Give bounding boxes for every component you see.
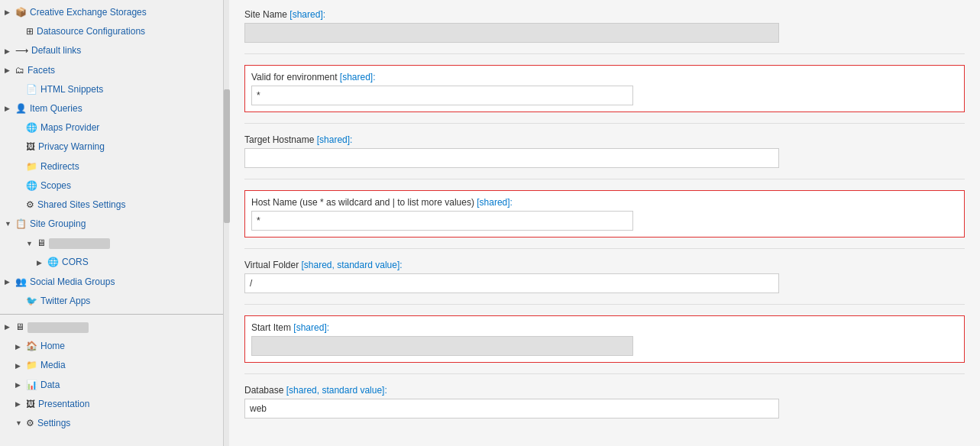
tree-arrow-social-media-groups: ▶ xyxy=(5,276,14,287)
sidebar-item-datasource-config[interactable]: ⊞Datasource Configurations xyxy=(0,22,228,41)
tree-label-item-queries: Item Queries xyxy=(30,102,82,116)
tree-arrow-media: ▶ xyxy=(15,360,24,371)
field-label-start-item: Start Item [shared]: xyxy=(251,322,958,333)
tree-icon-redirects: 📁 xyxy=(26,160,37,174)
sidebar-item-settings-main[interactable]: ▼⚙Settings xyxy=(0,414,228,433)
sidebar-item-creative-exchange[interactable]: ▶📦Creative Exchange Storages xyxy=(0,3,228,22)
field-group-site-name: Site Name [shared]: xyxy=(244,9,965,43)
sidebar-item-html-snippets[interactable]: 📄HTML Snippets xyxy=(0,80,228,99)
sidebar-item-cors[interactable]: ▶🌐CORS xyxy=(0,253,228,272)
sidebar-item-blurred-root[interactable]: ▶🖥 xyxy=(0,318,228,337)
tree-icon-twitter-apps: 🐦 xyxy=(26,294,37,309)
sidebar-scroll-thumb[interactable] xyxy=(224,89,230,223)
tree-icon-creative-exchange: 📦 xyxy=(15,5,27,20)
tree-label-redirects: Redirects xyxy=(40,160,79,174)
field-group-virtual-folder: Virtual Folder [shared, standard value]: xyxy=(244,260,965,293)
field-group-target-hostname: Target Hostname [shared]: xyxy=(244,134,965,168)
sidebar-item-twitter-apps[interactable]: 🐦Twitter Apps xyxy=(0,292,228,311)
field-input-virtual-folder[interactable] xyxy=(244,273,779,293)
field-input-database[interactable] xyxy=(244,399,779,419)
sidebar-item-redirects[interactable]: 📁Redirects xyxy=(0,157,228,176)
tree-icon-maps-provider: 🌐 xyxy=(26,121,37,135)
tree-icon-blurred-root: 🖥 xyxy=(15,320,24,334)
field-shared-tag-valid-for-environment: [shared]: xyxy=(340,72,376,82)
sidebar: ▶📦Creative Exchange Storages⊞Datasource … xyxy=(0,0,229,446)
tree-label-cors: CORS xyxy=(62,255,89,270)
field-divider-target-hostname xyxy=(244,179,965,179)
tree-label-media: Media xyxy=(40,358,66,373)
sidebar-item-item-queries[interactable]: ▶👤Item Queries xyxy=(0,99,228,118)
field-group-host-name: Host Name (use * as wildcard and | to li… xyxy=(244,190,965,238)
field-divider-site-name xyxy=(244,53,965,54)
sidebar-item-home[interactable]: ▶🏠Home xyxy=(0,337,228,356)
sidebar-item-social-media-groups[interactable]: ▶👥Social Media Groups xyxy=(0,273,228,292)
sidebar-item-scopes[interactable]: 🌐Scopes xyxy=(0,176,228,196)
field-input-target-hostname[interactable] xyxy=(244,148,779,168)
field-shared-tag-start-item: [shared]: xyxy=(293,322,329,333)
tree-arrow-default-links: ▶ xyxy=(5,46,14,57)
tree-label-home: Home xyxy=(40,339,65,354)
sidebar-item-shared-sites-settings[interactable]: ⚙Shared Sites Settings xyxy=(0,196,228,215)
tree-label-creative-exchange: Creative Exchange Storages xyxy=(30,5,147,20)
tree-icon-datasource-config: ⊞ xyxy=(26,24,34,39)
tree-icon-settings-main: ⚙ xyxy=(26,416,34,431)
field-input-valid-for-environment[interactable] xyxy=(251,86,633,105)
tree-arrow-presentation: ▶ xyxy=(15,399,24,409)
tree-label-site-grouping: Site Grouping xyxy=(30,217,86,231)
tree-icon-site-grouping-child: 🖥 xyxy=(37,236,46,250)
sidebar-item-site-grouping-child[interactable]: ▼🖥BLURRED xyxy=(0,234,228,253)
field-divider-host-name xyxy=(244,248,965,249)
field-group-database: Database [shared, standard value]: xyxy=(244,385,965,419)
field-input-start-item[interactable] xyxy=(251,336,633,356)
tree-icon-data: 📊 xyxy=(26,378,37,393)
tree-label-facets: Facets xyxy=(27,63,55,78)
field-input-site-name[interactable] xyxy=(244,23,779,43)
tree-label-site-grouping-child: BLURRED xyxy=(49,238,110,249)
field-label-host-name: Host Name (use * as wildcard and | to li… xyxy=(251,197,958,208)
tree-icon-social-media-groups: 👥 xyxy=(15,275,27,289)
sidebar-item-maps-provider[interactable]: 🌐Maps Provider xyxy=(0,118,228,137)
tree-icon-item-queries: 👤 xyxy=(15,102,27,116)
sidebar-tree: ▶📦Creative Exchange Storages⊞Datasource … xyxy=(0,0,229,446)
tree-icon-media: 📁 xyxy=(26,358,37,373)
tree-icon-home: 🏠 xyxy=(26,339,37,354)
tree-label-settings-main: Settings xyxy=(37,416,70,431)
tree-label-maps-provider: Maps Provider xyxy=(40,121,99,135)
tree-label-data: Data xyxy=(40,378,60,393)
tree-icon-default-links: ⟶ xyxy=(15,44,28,58)
tree-arrow-facets: ▶ xyxy=(5,65,14,76)
sidebar-item-data[interactable]: ▶📊Data xyxy=(0,376,228,395)
field-input-host-name[interactable] xyxy=(251,211,633,231)
tree-arrow-site-grouping-child: ▼ xyxy=(26,238,35,249)
field-divider-valid-for-environment xyxy=(244,123,965,124)
main-content: Site Name [shared]:Valid for environment… xyxy=(229,0,980,446)
sidebar-item-media[interactable]: ▶📁Media xyxy=(0,356,228,375)
field-divider-virtual-folder xyxy=(244,304,965,305)
tree-icon-shared-sites-settings: ⚙ xyxy=(26,198,34,212)
tree-label-presentation: Presentation xyxy=(38,397,89,412)
form-area: Site Name [shared]:Valid for environment… xyxy=(229,0,980,438)
tree-arrow-home: ▶ xyxy=(15,341,24,352)
tree-icon-cors: 🌐 xyxy=(47,255,59,270)
tree-arrow-settings-main: ▼ xyxy=(15,418,24,428)
sidebar-scrollbar[interactable] xyxy=(223,0,229,446)
tree-label-social-media-groups: Social Media Groups xyxy=(30,275,115,289)
sidebar-item-default-links[interactable]: ▶⟶Default links xyxy=(0,41,228,60)
sidebar-item-site-grouping[interactable]: ▼📋Site Grouping xyxy=(0,215,228,234)
tree-label-twitter-apps: Twitter Apps xyxy=(40,294,90,309)
tree-label-shared-sites-settings: Shared Sites Settings xyxy=(37,198,125,212)
tree-label-html-snippets: HTML Snippets xyxy=(40,82,103,97)
sidebar-item-facets[interactable]: ▶🗂Facets xyxy=(0,61,228,80)
tree-arrow-cors: ▶ xyxy=(37,257,46,268)
field-label-target-hostname: Target Hostname [shared]: xyxy=(244,134,965,145)
tree-arrow-site-grouping: ▼ xyxy=(5,218,14,229)
tree-label-privacy-warning: Privacy Warning xyxy=(38,140,105,154)
tree-icon-scopes: 🌐 xyxy=(26,179,37,193)
tree-icon-site-grouping: 📋 xyxy=(15,217,27,231)
sidebar-item-presentation[interactable]: ▶🖼Presentation xyxy=(0,395,228,414)
field-shared-tag-host-name: [shared]: xyxy=(477,197,513,208)
sidebar-item-privacy-warning[interactable]: 🖼Privacy Warning xyxy=(0,137,228,157)
tree-icon-facets: 🗂 xyxy=(15,63,24,78)
field-label-virtual-folder: Virtual Folder [shared, standard value]: xyxy=(244,260,965,270)
tree-icon-html-snippets: 📄 xyxy=(26,82,37,97)
